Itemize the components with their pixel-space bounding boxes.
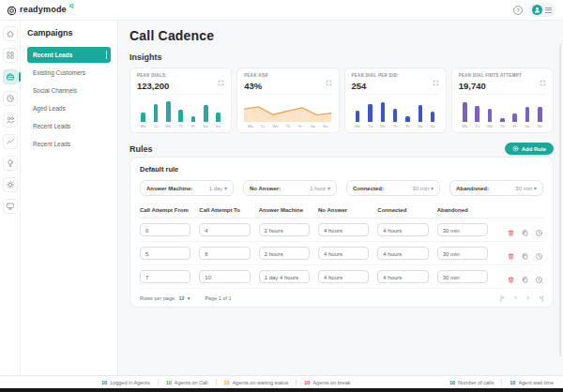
sidebar-item-recent-leads-4[interactable]: Recent Leads	[27, 118, 111, 134]
delete-row-button[interactable]	[507, 273, 515, 281]
rows-per-page-select[interactable]: Rows per page: 12 ▾	[140, 295, 190, 301]
page-title: Call Cadence	[129, 28, 554, 43]
brand-name: readymode	[20, 5, 67, 14]
schedule-row-button[interactable]	[535, 249, 543, 258]
duplicate-row-button[interactable]	[521, 249, 529, 258]
sidebar-item-recent-leads-5[interactable]: Recent Leads	[27, 136, 111, 152]
rail-item-settings[interactable]	[3, 177, 18, 192]
expand-icon[interactable]	[540, 73, 546, 80]
cell-input-r1-c0[interactable]: 5	[140, 247, 190, 260]
schedule-row-button[interactable]	[535, 226, 543, 234]
chart-bar	[356, 111, 360, 122]
prev-page-button[interactable]: ‹	[514, 294, 516, 301]
user-menu[interactable]	[528, 3, 555, 17]
cell-input-r2-c3[interactable]: 4 hours	[318, 270, 369, 283]
cell-input-r2-c4[interactable]: 4 hours	[377, 270, 428, 283]
day-label: Tu	[364, 124, 376, 128]
schedule-row-button[interactable]	[535, 273, 543, 281]
select-value: 30 min ▾	[515, 185, 537, 191]
rail-item-insights[interactable]	[3, 156, 18, 171]
status-agents-on-waiting-status: 10Agents on waiting status	[224, 380, 289, 385]
insight-card-2: PEAK DIAL PER DID:254MoTuWeThFrSaSu	[344, 68, 447, 133]
default-rule-title: Default rule	[140, 165, 543, 173]
day-label: Su	[534, 124, 546, 128]
rail-item-dialer[interactable]	[3, 69, 18, 84]
select-label: Connected:	[353, 186, 384, 191]
day-label: Mo	[137, 124, 149, 128]
delete-icon	[507, 226, 515, 240]
select-label: Abandoned:	[456, 186, 489, 191]
day-label: Th	[496, 124, 509, 128]
cell-input-r0-c5[interactable]: 30 min	[437, 223, 488, 236]
card-value: 43%	[244, 81, 331, 95]
cell-input-r2-c2[interactable]: 1 day 4 hours	[259, 270, 310, 283]
select-abandoned[interactable]: Abandoned:30 min ▾	[449, 180, 543, 196]
expand-icon[interactable]	[326, 73, 332, 80]
duplicate-row-button[interactable]	[521, 226, 529, 234]
workstation-icon	[6, 200, 15, 214]
column-header: Abandoned	[437, 207, 488, 213]
add-rule-button[interactable]: Add Rule	[505, 143, 554, 155]
insights-icon	[6, 157, 15, 171]
scrollbar[interactable]	[559, 43, 561, 356]
cell-input-r0-c3[interactable]: 4 hours	[318, 223, 369, 236]
day-label: Sa	[414, 124, 426, 128]
cell-input-r1-c2[interactable]: 2 hours	[259, 247, 310, 260]
sidebar-item-existing-customers-1[interactable]: Existing Customers	[27, 65, 111, 81]
day-labels: MoTuWeThFrSaSu	[137, 124, 224, 128]
sidebar-item-aged-leads-3[interactable]: Aged Leads	[27, 100, 111, 116]
rail-item-workstation[interactable]	[3, 199, 18, 214]
status-bar: 10Logged in Agents10Agents on Call10Agen…	[0, 375, 563, 388]
status-number-of-calls: 10Number of calls	[449, 380, 494, 385]
cell-input-r2-c5[interactable]: 30 min	[437, 270, 488, 283]
first-page-button[interactable]: |‹	[500, 294, 504, 301]
top-bar: readymode iQ ?	[0, 0, 563, 21]
duplicate-icon	[521, 273, 529, 287]
column-header: No Answer	[318, 207, 369, 213]
delete-row-button[interactable]	[507, 226, 515, 234]
insight-card-1: PEAK ASR43%MoTuWeThFrSaSu	[236, 68, 339, 133]
rail-item-home[interactable]	[3, 26, 18, 41]
day-label: Tu	[149, 124, 161, 128]
delete-row-button[interactable]	[507, 249, 515, 258]
cell-input-r0-c2[interactable]: 2 hours	[259, 223, 310, 236]
select-connected[interactable]: Connected:30 min ▾	[346, 180, 440, 196]
rules-table: 042 hours4 hours4 hours30 min562 hours4 …	[140, 219, 543, 289]
status-agent-wait-time: 10Agent wait time	[510, 380, 554, 385]
cell-input-r0-c0[interactable]: 0	[140, 223, 190, 236]
user-avatar-icon	[532, 5, 542, 15]
select-no-answer[interactable]: No Answer:1 hour ▾	[243, 180, 337, 196]
cell-input-r1-c3[interactable]: 4 hours	[318, 247, 369, 260]
cell-input-r0-c1[interactable]: 4	[199, 223, 250, 236]
insights-heading: Insights	[129, 53, 554, 62]
chart-bar	[178, 110, 183, 122]
expand-icon[interactable]	[433, 73, 439, 80]
status-label: Logged in Agents	[110, 380, 150, 385]
rail-item-schedule[interactable]	[3, 91, 18, 106]
card-bar-chart	[352, 98, 439, 122]
icon-rail	[0, 21, 21, 375]
sidebar-item-recent-leads-0[interactable]: Recent Leads	[27, 47, 111, 63]
rail-item-campaigns[interactable]	[3, 48, 18, 63]
cell-input-r2-c1[interactable]: 10	[199, 270, 250, 283]
schedule-icon	[6, 92, 15, 106]
expand-icon[interactable]	[218, 73, 224, 80]
rail-item-reports[interactable]	[3, 134, 18, 149]
status-value: 10	[224, 380, 230, 385]
cell-input-r1-c5[interactable]: 30 min	[437, 247, 488, 260]
cell-input-r2-c0[interactable]: 7	[140, 270, 190, 283]
next-page-button[interactable]: ›	[527, 294, 529, 301]
rail-item-contacts[interactable]	[3, 113, 18, 128]
cell-input-r1-c4[interactable]: 4 hours	[377, 247, 428, 260]
rules-heading: Rules	[129, 144, 153, 154]
select-answer-machine[interactable]: Answer Machine:1 day ▾	[140, 180, 234, 196]
sidebar-item-social-channels-2[interactable]: Social Channels	[27, 83, 111, 98]
help-icon[interactable]: ?	[513, 6, 523, 15]
select-value: 1 hour ▾	[310, 185, 330, 191]
last-page-button[interactable]: ›|	[540, 294, 543, 301]
cell-input-r0-c4[interactable]: 4 hours	[377, 223, 428, 236]
sidebar-item-label: Recent Leads	[33, 141, 70, 147]
duplicate-row-button[interactable]	[521, 273, 529, 281]
table-row-1: 562 hours4 hours4 hours30 min	[140, 242, 543, 265]
cell-input-r1-c1[interactable]: 6	[199, 247, 250, 260]
